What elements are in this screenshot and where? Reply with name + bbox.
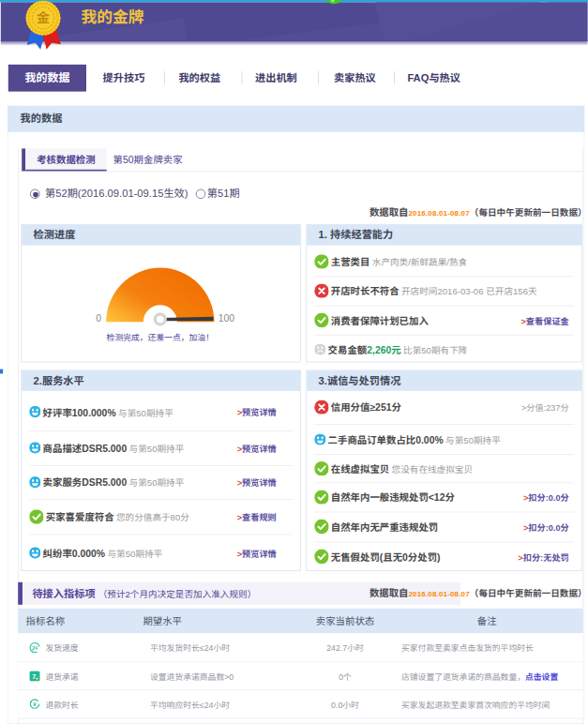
svg-text:金: 金 <box>37 7 51 26</box>
svg-text:100: 100 <box>218 313 234 324</box>
svg-text:¥: ¥ <box>33 701 37 707</box>
svg-text:7: 7 <box>32 672 36 680</box>
svg-text:24: 24 <box>32 644 38 650</box>
svg-text:检测完成，还差一点，加油！: 检测完成，还差一点，加油！ <box>106 331 213 343</box>
svg-text:0: 0 <box>96 313 101 324</box>
